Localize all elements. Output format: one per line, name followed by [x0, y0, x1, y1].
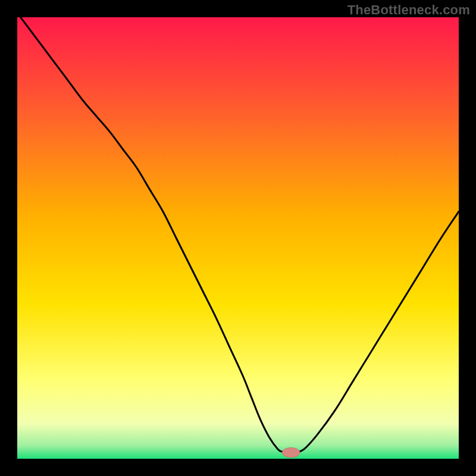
bottleneck-chart — [17, 17, 459, 459]
optimal-marker — [282, 447, 300, 457]
plot-area — [17, 17, 459, 459]
watermark-text: TheBottleneck.com — [347, 2, 470, 18]
gradient-background — [17, 17, 459, 459]
chart-frame: TheBottleneck.com — [0, 0, 476, 476]
